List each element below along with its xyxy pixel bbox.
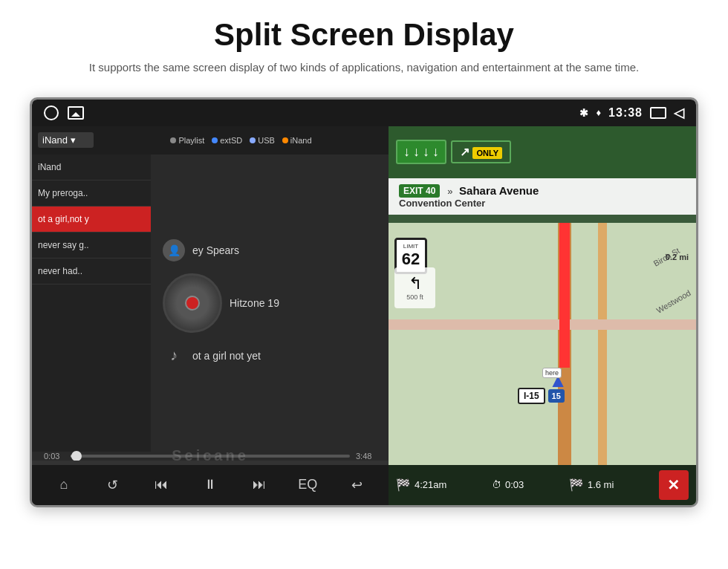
- status-bar: ✱ ♦ 13:38 ◁: [32, 100, 696, 126]
- content-area: iNand My preroga.. ot a girl,not y never…: [32, 155, 389, 452]
- arrow-right-up: ↗: [460, 146, 469, 158]
- nav-top-sign: ↓ ↓ ↓ ↓ ↗ ONLY: [389, 126, 696, 178]
- nav-panel: ↓ ↓ ↓ ↓ ↗ ONLY EXIT 40 »: [389, 126, 696, 505]
- map-background: ▲ LIMIT 62 ↰ 500 ft here I-15: [389, 223, 696, 465]
- playlist-item-label: never say g..: [38, 240, 89, 250]
- source-tab-usb[interactable]: USB: [250, 136, 275, 145]
- map-road-horizontal: [389, 319, 696, 330]
- distance-label: 0.2 mi: [666, 253, 689, 261]
- image-icon: [68, 106, 84, 120]
- playlist-item-label: ot a girl,not y: [38, 214, 89, 224]
- music-panel: iNand ▾ Playlist extSD USB: [32, 126, 389, 505]
- source-tabs: Playlist extSD USB iNand: [100, 136, 383, 145]
- list-item[interactable]: never say g..: [32, 233, 151, 259]
- playback-timeline: [32, 461, 389, 465]
- album-label: Hitzone 19: [230, 297, 279, 309]
- source-tab-inand[interactable]: iNand: [282, 136, 312, 145]
- nav-exit-banner: EXIT 40 » Sahara Avenue Convention Cente…: [389, 178, 696, 215]
- highway-signs: ↓ ↓ ↓ ↓ ↗ ONLY: [396, 140, 511, 164]
- now-playing-area: 👤 ey Spears Hitzone 19 ♪ ot a girl not y…: [151, 155, 389, 452]
- repeat-button[interactable]: ↺: [98, 470, 128, 500]
- source-dropdown[interactable]: iNand ▾: [38, 132, 94, 148]
- play-pause-button[interactable]: ⏸: [195, 470, 225, 500]
- remaining-dist-item: 🏁 1.6 mi: [569, 478, 614, 492]
- location-icon: ♦: [596, 107, 601, 118]
- back-return-button[interactable]: ↩: [342, 470, 371, 500]
- remaining-label: 1.6 mi: [588, 479, 614, 490]
- nav-map-area: ▲ LIMIT 62 ↰ 500 ft here I-15: [389, 223, 696, 465]
- list-item[interactable]: never had..: [32, 259, 151, 284]
- artist-label: ey Spears: [192, 244, 239, 256]
- arrow-down-2: ↓: [413, 144, 420, 160]
- current-time: 0:03: [44, 452, 65, 461]
- playlist-item-label: iNand: [38, 162, 61, 172]
- radio-dot-inand: [282, 137, 288, 143]
- map-road-vertical-2: [598, 223, 607, 465]
- progress-bar[interactable]: [71, 455, 350, 458]
- list-item-active[interactable]: ot a girl,not y: [32, 207, 151, 233]
- circle-icon: [44, 105, 59, 120]
- radio-dot-usb: [250, 137, 256, 143]
- list-item[interactable]: iNand: [32, 155, 151, 181]
- turn-dist-label: 500 ft: [406, 293, 423, 301]
- arrive-time-item: 🏁 4:21am: [396, 478, 446, 492]
- source-row: iNand ▾ Playlist extSD USB: [32, 126, 389, 155]
- arrive-time-label: 4:21am: [415, 479, 446, 490]
- dropdown-arrow-icon: ▾: [71, 134, 76, 146]
- page-title: Split Screen Display: [15, 18, 713, 52]
- device-screen: ✱ ♦ 13:38 ◁ iNand ▾ Playlist: [30, 97, 698, 507]
- source-selected-label: iNand: [42, 134, 68, 146]
- clock-icon: ⏱: [492, 479, 501, 490]
- playlist-item-label: My preroga..: [38, 188, 88, 198]
- arrow-down-3: ↓: [423, 144, 429, 160]
- speed-number: 62: [397, 250, 425, 269]
- track-row: ♪ ot a girl not yet: [163, 345, 377, 367]
- radio-dot-playlist: [170, 137, 176, 143]
- home-button[interactable]: ⌂: [49, 470, 79, 500]
- tab-label-playlist: Playlist: [178, 136, 204, 145]
- dest-flag-icon: 🏁: [569, 478, 584, 492]
- nav-bottom-bar: 🏁 4:21am ⏱ 0:03 🏁 1.6 mi ✕: [389, 465, 696, 505]
- green-arrow-sign: ↓ ↓ ↓ ↓: [396, 140, 446, 164]
- controls-bar: ⌂ ↺ ⏮ ⏸ ⏭ EQ ↩: [32, 465, 389, 505]
- album-row: Hitzone 19: [163, 273, 377, 333]
- album-art-inner: [185, 296, 200, 310]
- person-icon: 👤: [163, 239, 185, 261]
- elapsed-label: 0:03: [505, 479, 524, 490]
- status-right-info: ✱ ♦ 13:38 ◁: [579, 105, 684, 121]
- time-display: 13:38: [608, 106, 643, 120]
- artist-row: 👤 ey Spears: [163, 239, 377, 261]
- playlist-item-label: never had..: [38, 266, 82, 276]
- list-item[interactable]: My preroga..: [32, 181, 151, 207]
- turn-arrow-icon: ↰: [409, 274, 422, 293]
- turn-icon-box: ↰ 500 ft: [394, 267, 435, 308]
- back-icon[interactable]: ◁: [674, 105, 684, 121]
- source-tab-extsd[interactable]: extSD: [212, 136, 242, 145]
- nav-close-button[interactable]: ✕: [659, 470, 689, 500]
- album-art: [163, 273, 222, 333]
- page-subtitle: It supports the same screen display of t…: [15, 59, 713, 77]
- screen-icon: [650, 107, 666, 119]
- radio-dot-extsd: [212, 137, 218, 143]
- eq-button[interactable]: EQ: [293, 470, 322, 500]
- source-tab-playlist[interactable]: Playlist: [170, 136, 204, 145]
- playlist-sidebar: iNand My preroga.. ot a girl,not y never…: [32, 155, 151, 452]
- progress-bar-container: 0:03 3:48: [44, 452, 377, 461]
- i15-label: I-15: [518, 388, 545, 404]
- music-note-icon: ♪: [163, 345, 185, 367]
- progress-section: 0:03 3:48: [32, 452, 389, 461]
- arrive-flag-icon: 🏁: [396, 478, 411, 492]
- highway-badge: I-15 15: [518, 388, 565, 404]
- tab-label-inand: iNand: [290, 136, 312, 145]
- exit-badge: EXIT 40: [399, 184, 440, 198]
- main-area: iNand ▾ Playlist extSD USB: [32, 126, 696, 505]
- status-left-icons: [44, 105, 84, 120]
- only-badge: ONLY: [472, 147, 502, 159]
- next-button[interactable]: ⏭: [244, 470, 274, 500]
- prev-button[interactable]: ⏮: [146, 470, 176, 500]
- tab-label-extsd: extSD: [220, 136, 242, 145]
- progress-thumb[interactable]: [71, 451, 82, 461]
- arrow-down-4: ↓: [432, 144, 439, 160]
- here-logo: here: [542, 368, 562, 378]
- map-label-westwood: Westwood: [654, 288, 692, 315]
